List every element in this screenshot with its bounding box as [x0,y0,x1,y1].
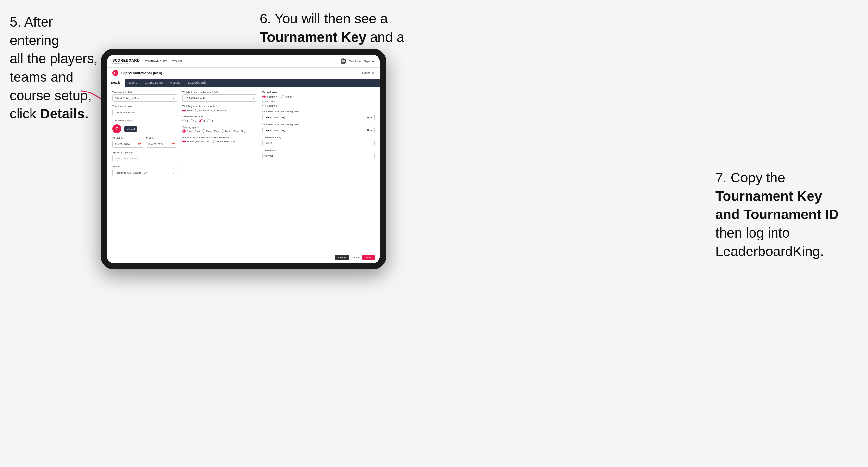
teams-plus-radio[interactable] [182,140,186,143]
date-row: Start date Jan 21, 2024 📅 End date Jan 2… [112,136,177,148]
user-name: Test User [349,60,361,63]
sign-out-link[interactable]: Sign out [364,60,375,63]
round-2-radio[interactable] [190,119,194,122]
api1-group: Use third-party live scoring API? Leader… [262,110,375,120]
logo-preview: C [112,124,121,133]
end-date-group: End date Jan 23, 2024 📅 [146,136,177,148]
format-5count4-radio[interactable] [262,95,266,98]
api2-select[interactable]: Leaderboard King ✕ ⌄ [262,127,375,133]
tab-course-setup[interactable]: Course Setup [141,79,166,87]
scoring-label: Scoring system [182,126,257,128]
annotation-bottom-right: 7. Copy the Tournament Keyand Tournament… [715,169,858,260]
save-button[interactable]: Save [362,255,375,260]
cancel-button[interactable]: Cancel ✕ [362,71,375,75]
format-6count4-radio[interactable] [262,100,266,103]
gender-combined-radio[interactable] [211,109,215,112]
tab-teams[interactable]: Teams [125,79,141,87]
tournament-host-group: Tournament Host Clippd College - Men ⌄ [112,91,177,101]
page-header: C Clippd Invitational (Men) Cancel ✕ [107,67,380,79]
round-1-radio[interactable] [182,119,186,122]
logo-sub: Powered by clippd [112,62,140,64]
format-6count5[interactable]: 6 count 5 [262,104,277,107]
format-6count4[interactable]: 6 count 4 [262,100,277,103]
individuals-only[interactable]: Individuals Only [213,140,235,143]
format-label: Format type [262,91,375,93]
scoring-match-radio[interactable] [202,129,205,133]
individuals-only-radio[interactable] [213,140,216,143]
app-header: SCOREBOARD Powered by clippd TOURNAMENTS… [107,55,380,67]
format-group: Format type 5 count 4 6 count 4 [262,91,375,107]
scoring-group: Scoring system Stroke Play Match Play [182,126,257,133]
scoring-radio-group: Stroke Play Match Play Medal Match Play [182,129,257,133]
tournament-key-label: Tournament Key [262,136,375,139]
gender-group: Which gender is the event for? Mens Wome… [182,105,257,112]
venue-input[interactable]: Peachtree GC - Atlanta - GA ⌄ [112,169,177,176]
format-options-row: 5 count 4 6 count 4 6 count 5 [262,95,375,107]
gender-mens-radio[interactable] [182,109,186,112]
api1-select[interactable]: Leaderboard King ✕ ⌄ [262,114,375,120]
scoring-medal-radio[interactable] [221,129,224,133]
upload-button[interactable]: Upload [124,126,137,132]
division-label: Which division is the event for? [182,91,257,93]
format-6count5-radio[interactable] [262,104,266,107]
sponsor-group: Sponsor (optional) Enter sponsor name [112,151,177,162]
format-5count4[interactable]: 5 count 4 [262,95,277,98]
teams-radio-group: Teams (+Individuals) Individuals Only [182,140,257,143]
tab-details[interactable]: Details [107,79,125,87]
round-4-radio[interactable] [207,119,210,122]
sponsor-label: Sponsor (optional) [112,151,177,154]
scoreboard-logo: SCOREBOARD Powered by clippd [112,58,140,64]
tournament-id-group: Tournament ID 302051 [262,149,375,159]
gender-womens-radio[interactable] [195,109,198,112]
venue-group: Venue Peachtree GC - Atlanta - GA ⌄ [112,165,177,176]
tournament-id-value: 302051 [262,153,375,159]
round-3-radio[interactable] [199,119,202,122]
scoring-match[interactable]: Match Play [202,129,219,133]
sponsor-input[interactable]: Enter sponsor name [112,155,177,162]
end-date-label: End date [146,136,177,139]
tab-results[interactable]: Results [166,79,184,87]
tab-leaderboards[interactable]: Leaderboards [184,79,210,87]
round-2[interactable]: 2 [190,119,196,122]
tournament-key-group: Tournament Key b4f6b7 [262,136,375,146]
scoring-medal[interactable]: Medal Match Play [221,129,246,133]
rounds-radio-group: 1 2 3 4 [182,119,257,122]
gender-womens[interactable]: Womens [195,109,209,112]
start-date-input[interactable]: Jan 21, 2024 📅 [112,141,144,148]
tournament-icon: C [112,70,118,76]
delete-button[interactable]: Delete [335,255,349,260]
division-input[interactable]: NCAA Division III ⌄ [182,94,257,101]
nav-teams[interactable]: TEAMS [172,60,182,63]
gender-combined[interactable]: Combined [211,109,227,112]
tournament-host-input[interactable]: Clippd College - Men ⌄ [112,94,177,101]
nav-tournaments[interactable]: TOURNAMENTS [145,60,167,63]
end-date-input[interactable]: Jan 23, 2024 📅 [146,141,177,148]
cancel-footer-button[interactable]: Cancel [351,256,360,259]
teams-group: Is this event for Teams and/or Individua… [182,136,257,143]
tournament-logo-label: Tournament logo [112,119,177,122]
tournament-host-label: Tournament Host [112,91,177,93]
format-other[interactable]: Other [281,95,292,98]
logo-text: SCOREBOARD [112,58,140,62]
left-column: Tournament Host Clippd College - Men ⌄ T… [112,91,177,248]
tournament-key-value: b4f6b7 [262,140,375,146]
user-avatar: TU [341,58,346,64]
gender-radio-group: Mens Womens Combined [182,109,257,112]
division-group: Which division is the event for? NCAA Di… [182,91,257,101]
header-right: TU Test User Sign out [341,58,375,64]
format-options-left: 5 count 4 6 count 4 6 count 5 [262,95,277,107]
tab-bar: Details Teams Course Setup Results Leade… [107,79,380,87]
format-options-right: Other [281,95,292,107]
api2-label: Use third-party live scoring API? [262,123,375,126]
gender-mens[interactable]: Mens [182,109,193,112]
logo-upload-area: C Upload [112,124,177,133]
scoring-stroke-radio[interactable] [182,129,186,133]
scoring-stroke[interactable]: Stroke Play [182,129,200,133]
tournament-logo-group: Tournament logo C Upload [112,119,177,133]
round-1[interactable]: 1 [182,119,188,122]
teams-plus[interactable]: Teams (+Individuals) [182,140,211,143]
format-other-radio[interactable] [281,95,284,98]
round-4[interactable]: 4 [207,119,213,122]
tournament-name-input[interactable]: Clippd Invitational [112,109,177,116]
round-3[interactable]: 3 [199,119,205,122]
